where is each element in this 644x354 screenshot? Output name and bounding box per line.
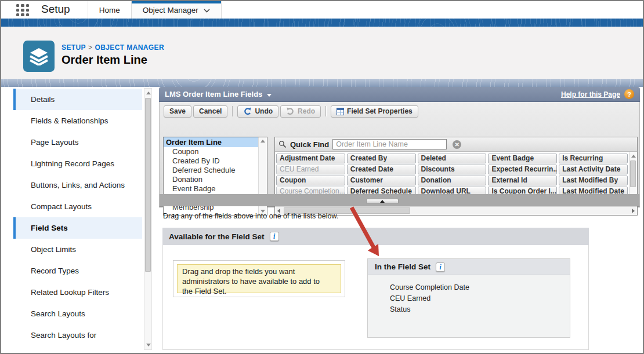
in-field-set-title: In the Field Set bbox=[375, 262, 430, 271]
in-set-field-course-completion-date[interactable]: Course Completion Date bbox=[390, 282, 570, 293]
available-drop-zone[interactable]: Drag and drop the fields you want admini… bbox=[173, 260, 345, 297]
field-cell-last-modified-by[interactable]: Last Modified By bbox=[559, 176, 628, 185]
breadcrumb-separator: > bbox=[86, 43, 95, 52]
clear-search-icon[interactable]: ✕ bbox=[453, 140, 461, 149]
save-button[interactable]: Save bbox=[164, 105, 191, 118]
scroll-down-icon[interactable] bbox=[146, 344, 151, 346]
editor-collapse-strip bbox=[160, 194, 639, 206]
toolbar-separator bbox=[325, 106, 326, 116]
field-cell-external-id[interactable]: External Id bbox=[488, 176, 557, 185]
collapse-up-icon bbox=[380, 200, 385, 203]
scroll-right-icon[interactable] bbox=[632, 209, 635, 213]
scroll-up-icon[interactable] bbox=[631, 155, 636, 158]
salesforce-setup-window: Setup Home Object Manager SETUP>OBJECT M… bbox=[0, 0, 644, 354]
editor-title-caret-icon[interactable] bbox=[267, 94, 272, 97]
available-note-text: Drag and drop the fields you want admini… bbox=[177, 264, 341, 293]
in-field-set-header: In the Field Set i bbox=[368, 259, 570, 275]
info-icon[interactable]: i bbox=[436, 262, 445, 272]
search-icon bbox=[278, 140, 287, 148]
field-cell-adjustment-date[interactable]: Adjustment Date bbox=[276, 154, 345, 163]
chevron-down-icon bbox=[204, 9, 210, 13]
help-question-icon[interactable]: ? bbox=[624, 89, 634, 99]
editor-header: LMS Order Item Line Fields Help for this… bbox=[159, 87, 640, 102]
sidebar-item-related-lookup-filters[interactable]: Related Lookup Filters bbox=[13, 282, 142, 303]
save-button-label: Save bbox=[169, 107, 186, 115]
global-header: Setup Home Object Manager bbox=[1, 1, 643, 19]
field-set-properties-label: Field Set Properties bbox=[347, 107, 413, 115]
field-cell-last-activity-date[interactable]: Last Activity Date bbox=[559, 165, 628, 174]
tree-item-created-by-id[interactable]: Created By ID bbox=[164, 156, 258, 166]
tab-home-label: Home bbox=[99, 6, 120, 14]
in-field-set-list: Course Completion DateCEU EarnedStatus bbox=[368, 275, 570, 337]
scroll-up-icon[interactable] bbox=[146, 92, 151, 94]
scroll-up-icon[interactable] bbox=[261, 140, 265, 143]
sidebar-item-details[interactable]: Details bbox=[13, 89, 142, 110]
sidebar-item-search-layouts[interactable]: Search Layouts bbox=[13, 303, 142, 324]
tree-item-event-badge[interactable]: Event Badge bbox=[164, 184, 258, 194]
undo-button[interactable]: Undo bbox=[237, 105, 278, 118]
field-cell-ceu-earned[interactable]: CEU Earned bbox=[276, 165, 345, 174]
tree-item-deferred-schedule[interactable]: Deferred Schedule bbox=[164, 166, 258, 175]
field-cell-created-date[interactable]: Created Date bbox=[347, 165, 416, 174]
page-title: Order Item Line bbox=[61, 53, 147, 67]
sidebar-item-compact-layouts[interactable]: Compact Layouts bbox=[13, 196, 142, 217]
in-field-set-box: In the Field Set i Course Completion Dat… bbox=[367, 258, 570, 338]
toolbar-separator bbox=[232, 106, 233, 116]
tab-home[interactable]: Home bbox=[88, 1, 131, 19]
field-cell-coupon[interactable]: Coupon bbox=[276, 176, 345, 185]
sidebar-item-search-layouts-for[interactable]: Search Layouts for bbox=[13, 324, 142, 346]
app-launcher-icon[interactable] bbox=[16, 4, 29, 16]
available-section-body: Drag and drop the fields you want admini… bbox=[162, 245, 589, 350]
field-cell-donation[interactable]: Donation bbox=[418, 176, 487, 185]
field-cell-deleted[interactable]: Deleted bbox=[418, 154, 487, 163]
collapse-panel-handle[interactable] bbox=[366, 199, 399, 204]
field-cell-is-recurring[interactable]: Is Recurring bbox=[559, 154, 628, 163]
field-set-editor-panel: LMS Order Item Line Fields Help for this… bbox=[159, 87, 640, 353]
palette-vscroll-thumb[interactable] bbox=[630, 160, 636, 187]
in-set-field-status[interactable]: Status bbox=[390, 304, 570, 315]
sidebar-item-field-sets[interactable]: Field Sets bbox=[13, 217, 142, 239]
sidebar-item-object-limits[interactable]: Object Limits bbox=[13, 239, 142, 260]
available-section-title: Available for the Field Set bbox=[169, 232, 265, 241]
tab-object-manager[interactable]: Object Manager bbox=[131, 1, 222, 19]
redo-button[interactable]: Redo bbox=[280, 105, 321, 118]
quick-find-bar: Quick Find ✕ bbox=[275, 137, 637, 152]
sidebar-item-page-layouts[interactable]: Page Layouts bbox=[13, 132, 142, 153]
info-icon[interactable]: i bbox=[270, 232, 279, 241]
sidebar-nav: DetailsFields & RelationshipsPage Layout… bbox=[13, 89, 142, 346]
field-cell-event-badge[interactable]: Event Badge bbox=[488, 154, 557, 163]
breadcrumb-setup-link[interactable]: SETUP bbox=[61, 43, 86, 52]
field-cell-customer[interactable]: Customer bbox=[347, 176, 416, 185]
undo-icon bbox=[243, 107, 252, 115]
sidebar-item-fields-relationships[interactable]: Fields & Relationships bbox=[13, 110, 142, 132]
quick-find-label: Quick Find bbox=[290, 140, 329, 149]
available-section-header: Available for the Field Set i bbox=[162, 228, 589, 245]
field-set-properties-icon bbox=[337, 108, 344, 115]
field-cell-created-by[interactable]: Created By bbox=[347, 154, 416, 163]
tree-item-donation[interactable]: Donation bbox=[164, 175, 258, 184]
editor-toolbar: Save Cancel Undo bbox=[164, 104, 418, 118]
breadcrumb-object-manager-link[interactable]: OBJECT MANAGER bbox=[95, 43, 164, 52]
tree-item-coupon[interactable]: Coupon bbox=[164, 147, 258, 156]
app-title: Setup bbox=[41, 3, 70, 19]
field-cell-discounts[interactable]: Discounts bbox=[418, 165, 487, 174]
sidebar-item-lightning-record-pages[interactable]: Lightning Record Pages bbox=[13, 153, 142, 174]
field-set-properties-button[interactable]: Field Set Properties bbox=[331, 105, 418, 118]
drag-hint-text: Drag any of the fields above into one of… bbox=[163, 212, 338, 220]
help-for-this-page-link[interactable]: Help for this Page bbox=[561, 90, 620, 98]
quick-find-input[interactable] bbox=[332, 139, 447, 149]
editor-title: LMS Order Item Line Fields bbox=[165, 90, 262, 98]
redo-icon bbox=[286, 107, 295, 115]
sidebar-item-buttons-links-and-actions[interactable]: Buttons, Links, and Actions bbox=[13, 174, 142, 196]
sidebar-item-record-types[interactable]: Record Types bbox=[13, 260, 142, 282]
page-header-banner: SETUP>OBJECT MANAGER Order Item Line bbox=[1, 27, 643, 79]
tab-object-manager-label: Object Manager bbox=[143, 6, 198, 14]
tree-root-order-item-line[interactable]: Order Item Line bbox=[164, 137, 258, 147]
sidebar-scrollbar-thumb[interactable] bbox=[145, 98, 151, 272]
field-cell-expected-recurrin[interactable]: Expected Recurrin... bbox=[488, 165, 557, 174]
sidebar-scrollbar[interactable] bbox=[144, 88, 152, 350]
fields-editor-area: Save Cancel Undo bbox=[159, 102, 640, 207]
cancel-button[interactable]: Cancel bbox=[193, 105, 227, 118]
in-set-field-ceu-earned[interactable]: CEU Earned bbox=[390, 293, 570, 304]
undo-button-label: Undo bbox=[255, 107, 273, 115]
